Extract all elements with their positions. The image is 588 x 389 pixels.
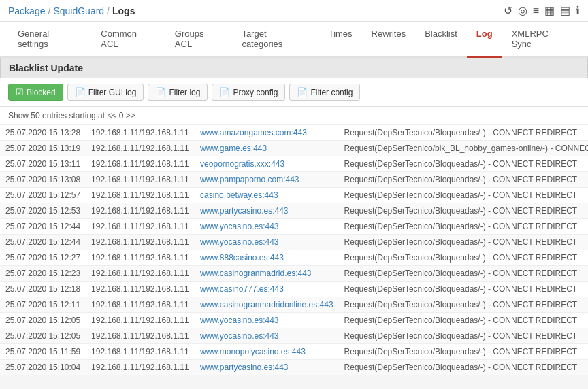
- cell-date: 25.07.2020 15:13:28: [0, 125, 86, 141]
- cell-domain: www.casinogranmadridonline.es:443: [195, 297, 338, 313]
- cell-request: Request(DepSerTecnico/Bloqueadas/-) - CO…: [339, 172, 588, 188]
- section-title: Blacklist Update: [9, 63, 83, 73]
- cell-date: 25.07.2020 15:12:53: [0, 203, 86, 219]
- cell-ip: 192.168.1.11/192.168.1.11: [86, 203, 195, 219]
- top-bar: Package / SquidGuard / Logs ↺ ◎ ≡ ▦ ▤ ℹ: [0, 0, 588, 22]
- cell-domain: www.casino777.es:443: [195, 282, 338, 297]
- tab-rewrites[interactable]: Rewrites: [362, 22, 416, 58]
- main-content: Blacklist Update ☑ Blocked 📄 Filter GUI …: [0, 58, 588, 375]
- table-row: 25.07.2020 15:13:19 192.168.1.11/192.168…: [0, 141, 588, 156]
- tab-blacklist[interactable]: Blacklist: [415, 22, 467, 58]
- cell-date: 25.07.2020 15:12:27: [0, 250, 86, 266]
- cell-ip: 192.168.1.11/192.168.1.11: [86, 360, 195, 375]
- toolbar: ☑ Blocked 📄 Filter GUI log 📄 Filter log …: [0, 78, 588, 107]
- filter-config-button[interactable]: 📄 Filter config: [289, 84, 360, 101]
- table-row: 25.07.2020 15:11:59 192.168.1.11/192.168…: [0, 344, 588, 360]
- cell-domain: www.yocasino.es:443: [195, 313, 338, 328]
- cell-date: 25.07.2020 15:12:44: [0, 235, 86, 250]
- cell-date: 25.07.2020 15:13:08: [0, 172, 86, 188]
- cell-domain: www.game.es:443: [195, 141, 338, 156]
- filter-log-label: Filter log: [169, 88, 200, 97]
- cell-domain: www.yocasino.es:443: [195, 328, 338, 344]
- blocked-label: Blocked: [27, 88, 56, 97]
- tab-log[interactable]: Log: [467, 22, 502, 58]
- cell-domain: www.amazongames.com:443: [195, 125, 338, 141]
- refresh-icon[interactable]: ↺: [504, 4, 512, 17]
- cell-date: 25.07.2020 15:13:11: [0, 156, 86, 172]
- cell-request: Request(DepSerTecnico/Bloqueadas/-) - CO…: [339, 360, 588, 375]
- cell-request: Request(DepSerTecnico/Bloqueadas/-) - CO…: [339, 250, 588, 266]
- tab-times[interactable]: Times: [319, 22, 362, 58]
- cell-request: Request(DepSerTecnico/Bloqueadas/-) - CO…: [339, 266, 588, 282]
- cell-date: 25.07.2020 15:12:23: [0, 266, 86, 282]
- list-icon[interactable]: ≡: [533, 5, 539, 17]
- target-icon[interactable]: ◎: [518, 4, 527, 17]
- table-row: 25.07.2020 15:13:08 192.168.1.11/192.168…: [0, 172, 588, 188]
- breadcrumb-package[interactable]: Package: [8, 5, 45, 16]
- cell-ip: 192.168.1.11/192.168.1.11: [86, 313, 195, 328]
- cell-domain: www.partycasino.es:443: [195, 360, 338, 375]
- chart-icon[interactable]: ▦: [544, 4, 555, 17]
- cell-request: Request(DepSerTecnico/blk_BL_hobby_games…: [339, 141, 588, 156]
- proxy-config-icon: 📄: [219, 87, 230, 97]
- cell-domain: www.partycasino.es:443: [195, 203, 338, 219]
- cell-ip: 192.168.1.11/192.168.1.11: [86, 219, 195, 235]
- cell-date: 25.07.2020 15:12:18: [0, 282, 86, 297]
- filter-gui-icon: 📄: [75, 87, 86, 97]
- cell-date: 25.07.2020 15:12:57: [0, 188, 86, 203]
- cell-domain: casino.betway.es:443: [195, 188, 338, 203]
- cell-request: Request(DepSerTecnico/Bloqueadas/-) - CO…: [339, 344, 588, 360]
- cell-request: Request(DepSerTecnico/Bloqueadas/-) - CO…: [339, 328, 588, 344]
- cell-request: Request(DepSerTecnico/Bloqueadas/-) - CO…: [339, 188, 588, 203]
- breadcrumb-logs: Logs: [112, 5, 135, 16]
- table-icon[interactable]: ▤: [560, 4, 570, 17]
- table-row: 25.07.2020 15:12:05 192.168.1.11/192.168…: [0, 328, 588, 344]
- cell-ip: 192.168.1.11/192.168.1.11: [86, 125, 195, 141]
- cell-domain: www.888casino.es:443: [195, 250, 338, 266]
- cell-domain: veopornogratis.xxx:443: [195, 156, 338, 172]
- cell-date: 25.07.2020 15:12:05: [0, 328, 86, 344]
- cell-ip: 192.168.1.11/192.168.1.11: [86, 156, 195, 172]
- filter-log-icon: 📄: [155, 87, 166, 97]
- tab-common-acl[interactable]: Common ACL: [91, 22, 165, 58]
- table-row: 25.07.2020 15:12:05 192.168.1.11/192.168…: [0, 313, 588, 328]
- cell-ip: 192.168.1.11/192.168.1.11: [86, 141, 195, 156]
- entries-info: Show 50 entries starting at << 0 >>: [8, 111, 135, 120]
- table-row: 25.07.2020 15:10:04 192.168.1.11/192.168…: [0, 360, 588, 375]
- table-row: 25.07.2020 15:12:53 192.168.1.11/192.168…: [0, 203, 588, 219]
- tab-general-settings[interactable]: General settings: [8, 22, 91, 58]
- breadcrumb: Package / SquidGuard / Logs: [8, 5, 135, 16]
- table-row: 25.07.2020 15:12:11 192.168.1.11/192.168…: [0, 297, 588, 313]
- cell-ip: 192.168.1.11/192.168.1.11: [86, 188, 195, 203]
- table-row: 25.07.2020 15:13:11 192.168.1.11/192.168…: [0, 156, 588, 172]
- filter-gui-label: Filter GUI log: [88, 88, 137, 97]
- table-row: 25.07.2020 15:12:23 192.168.1.11/192.168…: [0, 266, 588, 282]
- info-icon[interactable]: ℹ: [576, 4, 580, 17]
- cell-request: Request(DepSerTecnico/Bloqueadas/-) - CO…: [339, 297, 588, 313]
- cell-ip: 192.168.1.11/192.168.1.11: [86, 266, 195, 282]
- filter-gui-button[interactable]: 📄 Filter GUI log: [67, 84, 144, 101]
- top-icons: ↺ ◎ ≡ ▦ ▤ ℹ: [504, 4, 580, 17]
- tab-xmlrpc-sync[interactable]: XMLRPC Sync: [502, 22, 580, 58]
- cell-domain: www.yocasino.es:443: [195, 235, 338, 250]
- cell-request: Request(DepSerTecnico/Bloqueadas/-) - CO…: [339, 203, 588, 219]
- cell-ip: 192.168.1.11/192.168.1.11: [86, 235, 195, 250]
- table-row: 25.07.2020 15:12:27 192.168.1.11/192.168…: [0, 250, 588, 266]
- cell-ip: 192.168.1.11/192.168.1.11: [86, 172, 195, 188]
- cell-request: Request(DepSerTecnico/Bloqueadas/-) - CO…: [339, 235, 588, 250]
- section-header: Blacklist Update: [0, 58, 588, 78]
- proxy-config-button[interactable]: 📄 Proxy config: [212, 84, 285, 101]
- cell-ip: 192.168.1.11/192.168.1.11: [86, 328, 195, 344]
- table-row: 25.07.2020 15:12:57 192.168.1.11/192.168…: [0, 188, 588, 203]
- cell-request: Request(DepSerTecnico/Bloqueadas/-) - CO…: [339, 313, 588, 328]
- cell-request: Request(DepSerTecnico/Bloqueadas/-) - CO…: [339, 156, 588, 172]
- blocked-button[interactable]: ☑ Blocked: [8, 84, 63, 101]
- tab-groups-acl[interactable]: Groups ACL: [165, 22, 233, 58]
- filter-log-button[interactable]: 📄 Filter log: [148, 84, 208, 101]
- table-row: 25.07.2020 15:13:28 192.168.1.11/192.168…: [0, 125, 588, 141]
- cell-ip: 192.168.1.11/192.168.1.11: [86, 297, 195, 313]
- cell-ip: 192.168.1.11/192.168.1.11: [86, 344, 195, 360]
- cell-domain: www.pampaporno.com:443: [195, 172, 338, 188]
- breadcrumb-squidguard[interactable]: SquidGuard: [53, 5, 104, 16]
- tab-target-categories[interactable]: Target categories: [232, 22, 318, 58]
